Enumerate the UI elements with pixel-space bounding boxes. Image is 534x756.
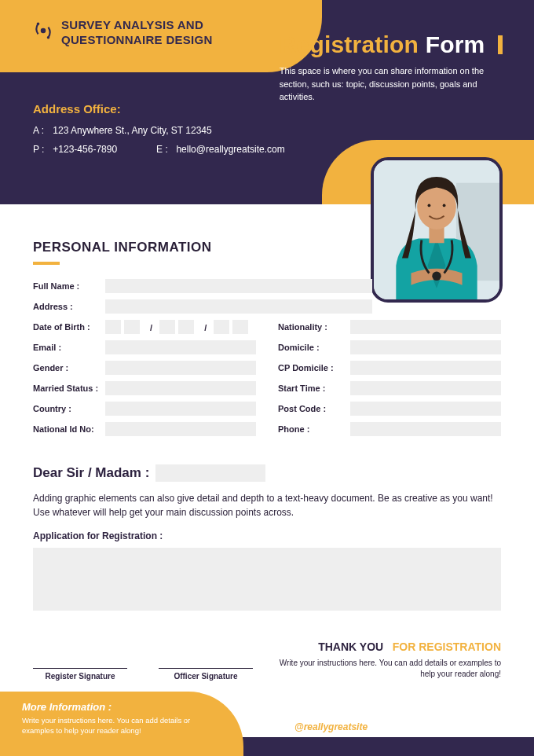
title-plain: Form (426, 31, 485, 57)
svg-point-0 (41, 28, 46, 34)
thank-you-line2: FOR REGISTRATION (393, 640, 501, 653)
logo-icon (33, 20, 53, 41)
thank-you-block: THANK YOU FOR REGISTRATION Write your in… (265, 640, 501, 680)
svg-point-2 (47, 36, 49, 39)
input-married[interactable] (105, 381, 256, 395)
input-cp-domicile[interactable] (350, 361, 501, 375)
thank-you-line1: THANK YOU (318, 640, 383, 653)
input-application[interactable] (33, 548, 501, 611)
title-accent: Registration (280, 31, 419, 57)
phone-line: P : +123-456-7890 (33, 144, 117, 155)
title-bar-accent (498, 35, 503, 54)
signature-officer-line[interactable] (159, 668, 253, 669)
thank-you-body: Write your instructions here. You can ad… (265, 658, 501, 680)
more-info-body: Write your instructions here. You can ad… (22, 716, 212, 736)
input-dob-d2[interactable] (124, 320, 140, 334)
label-married: Married Status : (33, 384, 105, 393)
section-underline (33, 262, 60, 265)
thank-you-title: THANK YOU FOR REGISTRATION (265, 640, 501, 653)
footer-bar (220, 737, 534, 756)
svg-point-9 (443, 204, 446, 207)
input-gender[interactable] (105, 361, 256, 375)
signature-officer: Officer Signature (159, 668, 253, 681)
label-address: Address : (33, 302, 105, 311)
label-gender: Gender : (33, 363, 105, 372)
svg-point-1 (37, 23, 39, 25)
application-label: Application for Registration : (33, 530, 501, 541)
label-phone: Phone : (278, 424, 350, 434)
greeting-label: Dear Sir / Madam : (33, 465, 149, 481)
brand: SURVEY ANALYSIS AND QUESTIONNAIRE DESIGN (33, 18, 250, 48)
phone-label: P : (33, 144, 50, 155)
input-start-time[interactable] (350, 381, 501, 395)
input-greeting-name[interactable] (155, 464, 265, 482)
input-dob-y1[interactable] (214, 320, 229, 334)
signature-register-label: Register Signature (33, 672, 127, 681)
label-email: Email : (33, 343, 105, 352)
address-line: A : 123 Anywhere St., Any City, ST 12345 (33, 125, 285, 136)
page-title-block: Registration Form This space is where yo… (280, 31, 503, 104)
email-line: E : hello@reallygreatsite.com (156, 144, 285, 155)
input-national-id[interactable] (105, 422, 256, 436)
more-info-title: More Information : (22, 701, 212, 713)
input-email[interactable] (105, 340, 256, 354)
input-post-code[interactable] (350, 402, 501, 416)
letter-body: Adding graphic elements can also give de… (33, 491, 501, 519)
social-handle: @reallygreatsite (294, 721, 368, 732)
label-post-code: Post Code : (278, 404, 350, 413)
input-dob-y2[interactable] (232, 320, 248, 334)
section-personal-title: PERSONAL INFORMATION (33, 240, 501, 255)
address-heading: Address Office: (33, 102, 285, 116)
signature-register-line[interactable] (33, 668, 127, 669)
form-content: PERSONAL INFORMATION Full Name : Address… (33, 240, 501, 614)
dob-group: / / (105, 320, 251, 334)
email-value: hello@reallygreatsite.com (176, 144, 284, 155)
page-title: Registration Form (280, 31, 503, 58)
signature-row: Register Signature Officer Signature (33, 668, 253, 681)
greeting-row: Dear Sir / Madam : (33, 464, 501, 482)
input-address[interactable] (105, 299, 372, 314)
address-block: Address Office: A : 123 Anywhere St., An… (33, 102, 285, 163)
svg-point-8 (428, 204, 431, 207)
signature-register: Register Signature (33, 668, 127, 681)
label-start-time: Start Time : (278, 384, 350, 393)
input-dob-d1[interactable] (105, 320, 121, 334)
address-a-label: A : (33, 125, 50, 136)
dob-sep-1: / (150, 323, 152, 332)
label-country: Country : (33, 404, 105, 413)
phone-value: +123-456-7890 (53, 144, 117, 155)
label-domicile: Domicile : (278, 343, 350, 352)
more-info-tab: More Information : Write your instructio… (0, 692, 243, 756)
input-phone[interactable] (350, 422, 501, 436)
input-domicile[interactable] (350, 340, 501, 354)
label-cp-domicile: CP Domicile : (278, 363, 350, 372)
email-label: E : (156, 144, 174, 155)
dob-sep-2: / (204, 323, 207, 332)
address-a-value: 123 Anywhere St., Any City, ST 12345 (53, 125, 211, 136)
page-subtitle: This space is where you can share inform… (280, 64, 488, 104)
input-full-name[interactable] (105, 279, 372, 293)
brand-title: SURVEY ANALYSIS AND QUESTIONNAIRE DESIGN (61, 18, 250, 48)
input-nationality[interactable] (350, 320, 501, 334)
label-nationality: Nationality : (278, 322, 350, 332)
input-dob-m1[interactable] (159, 320, 175, 334)
input-dob-m2[interactable] (178, 320, 194, 334)
label-full-name: Full Name : (33, 281, 105, 291)
input-country[interactable] (105, 402, 256, 416)
label-dob: Date of Birth : (33, 322, 105, 332)
label-national-id: National Id No: (33, 424, 105, 434)
signature-officer-label: Officer Signature (159, 672, 253, 681)
